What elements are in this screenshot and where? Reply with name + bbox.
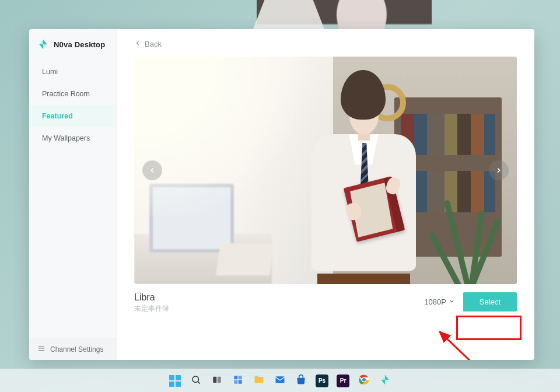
chrome-icon <box>358 374 370 388</box>
taskbar-photoshop-button[interactable]: Ps <box>313 372 331 390</box>
app-window: N0va Desktop Lumi Practice Room Featured… <box>29 29 534 360</box>
resolution-value: 1080P <box>424 298 446 306</box>
select-button-label: Select <box>480 298 501 306</box>
widgets-icon <box>233 374 243 387</box>
taskbar-search-button[interactable] <box>187 372 205 390</box>
sidebar-item-label: Featured <box>42 112 73 120</box>
wallpaper-controls: 1080P Select <box>424 292 517 312</box>
back-button[interactable]: Back <box>134 40 162 48</box>
annotation-highlight-box <box>456 316 522 340</box>
carousel-next-button[interactable] <box>489 160 509 180</box>
brand-logo-icon <box>37 38 49 50</box>
svg-rect-10 <box>234 380 237 383</box>
wallpaper-subtitle: 未定事件簿 <box>134 304 169 314</box>
sidebar-item-my-wallpapers[interactable]: My Wallpapers <box>29 127 116 149</box>
svg-rect-9 <box>239 376 242 379</box>
store-icon <box>295 374 307 388</box>
taskbar-start-button[interactable] <box>166 372 184 390</box>
sidebar-item-practice-room[interactable]: Practice Room <box>29 83 116 105</box>
sidebar: N0va Desktop Lumi Practice Room Featured… <box>29 29 117 360</box>
wallpaper-info-bar: Libra 未定事件簿 1080P Select <box>134 292 517 314</box>
sidebar-item-featured[interactable]: Featured <box>29 105 116 127</box>
scene-papers <box>216 243 274 275</box>
taskbar-chrome-button[interactable] <box>355 372 373 390</box>
taskbar-mail-button[interactable] <box>271 372 289 390</box>
chevron-down-icon <box>449 298 455 306</box>
select-button[interactable]: Select <box>463 292 517 312</box>
back-label: Back <box>145 40 162 48</box>
channel-settings-label: Channel Settings <box>50 345 103 354</box>
wallpaper-preview <box>134 57 517 284</box>
wallpaper-titles: Libra 未定事件簿 <box>134 292 169 314</box>
svg-point-4 <box>192 376 199 383</box>
annotation-arrow-icon <box>415 326 485 360</box>
svg-rect-7 <box>218 376 221 383</box>
mail-icon <box>274 374 286 388</box>
svg-rect-11 <box>239 380 242 383</box>
svg-rect-8 <box>234 376 237 379</box>
scene-character <box>291 70 436 284</box>
sidebar-item-label: My Wallpapers <box>42 134 90 142</box>
carousel-prev-button[interactable] <box>142 160 162 180</box>
svg-line-5 <box>198 382 200 383</box>
taskbar-widgets-button[interactable] <box>229 372 247 390</box>
task-view-icon <box>212 374 222 387</box>
taskbar-store-button[interactable] <box>292 372 310 390</box>
svg-line-3 <box>440 332 480 360</box>
chevron-left-icon <box>134 40 141 48</box>
search-icon <box>191 374 201 387</box>
taskbar-n0va-button[interactable] <box>376 372 394 390</box>
svg-rect-6 <box>213 376 216 383</box>
windows-logo-icon <box>169 375 181 387</box>
taskbar-explorer-button[interactable] <box>250 372 268 390</box>
sidebar-item-label: Practice Room <box>42 90 90 98</box>
svg-rect-12 <box>276 376 285 383</box>
n0va-icon <box>379 374 391 388</box>
taskbar-premiere-button[interactable]: Pr <box>334 372 352 390</box>
folder-icon <box>253 374 265 388</box>
photoshop-icon: Ps <box>316 374 328 387</box>
taskbar: Ps Pr <box>0 369 560 392</box>
taskbar-task-view-button[interactable] <box>208 372 226 390</box>
premiere-icon: Pr <box>337 374 349 387</box>
menu-icon <box>37 344 46 354</box>
wallpaper-title: Libra <box>134 292 169 303</box>
brand-name: N0va Desktop <box>54 40 105 49</box>
resolution-dropdown[interactable]: 1080P <box>424 298 455 306</box>
channel-settings-button[interactable]: Channel Settings <box>29 338 116 360</box>
sidebar-item-lumi[interactable]: Lumi <box>29 61 116 83</box>
scene-monitor <box>149 184 233 252</box>
sidebar-item-label: Lumi <box>42 68 58 76</box>
brand: N0va Desktop <box>29 29 116 61</box>
main-content: Back <box>117 29 534 360</box>
sidebar-nav: Lumi Practice Room Featured My Wallpaper… <box>29 61 116 149</box>
